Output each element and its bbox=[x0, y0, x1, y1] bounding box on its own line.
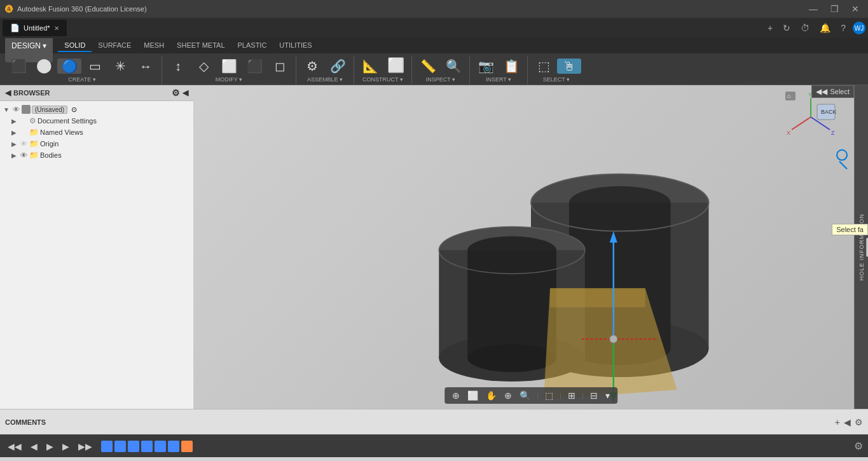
modify-combine-button[interactable]: ◻ bbox=[268, 58, 292, 74]
root-expand-icon[interactable]: ▼ bbox=[3, 106, 10, 113]
close-button[interactable]: ✕ bbox=[848, 3, 863, 15]
view-cube[interactable]: X Z Y BACK ⌂ bbox=[785, 92, 836, 142]
tab-close-button[interactable]: ✕ bbox=[54, 25, 59, 32]
timeline-dot-2[interactable] bbox=[114, 441, 126, 452]
browser-item-bodies[interactable]: ▶ 👁 📁 Bodies bbox=[0, 149, 193, 161]
doc-settings-expand-icon[interactable]: ▶ bbox=[10, 118, 18, 125]
inspect-measure-button[interactable]: 📏 bbox=[416, 58, 440, 74]
timeline-dot-3[interactable] bbox=[128, 441, 139, 452]
ribbon-tab-sheetmetal[interactable]: SHEET METAL bbox=[170, 39, 231, 52]
insert-decal-button[interactable]: 📋 bbox=[499, 58, 523, 74]
bodies-eye-icon[interactable]: 👁 bbox=[19, 151, 28, 159]
ribbon-tab-mesh[interactable]: MESH bbox=[137, 39, 170, 52]
comments-settings-icon[interactable]: ⚙ bbox=[855, 417, 863, 427]
insert-label[interactable]: INSERT ▾ bbox=[486, 75, 511, 85]
modify-scale-button[interactable]: ⬛ bbox=[242, 58, 266, 74]
doc-settings-label: Document Settings bbox=[38, 117, 97, 125]
svg-point-12 bbox=[467, 344, 556, 372]
named-views-expand-icon[interactable]: ▶ bbox=[10, 129, 18, 136]
vp-display-button[interactable]: ⬚ bbox=[542, 389, 556, 402]
new-tab-button[interactable]: + bbox=[764, 22, 776, 34]
vp-more-button[interactable]: ▾ bbox=[603, 389, 612, 402]
history-button[interactable]: ⏱ bbox=[797, 22, 813, 34]
ribbon-tab-solid[interactable]: SOLID bbox=[58, 39, 92, 52]
modify-press-pull-button[interactable]: ↕ bbox=[166, 58, 190, 74]
construct-midplane-button[interactable]: ⬜ bbox=[383, 57, 408, 74]
create-torus-button[interactable]: ▭ bbox=[83, 58, 107, 74]
svg-text:Z: Z bbox=[831, 130, 835, 136]
root-eye-icon[interactable]: 👁 bbox=[11, 106, 20, 113]
bottom-right: + ◀ ⚙ bbox=[835, 417, 863, 427]
ribbon-tab-plastic[interactable]: PLASTIC bbox=[231, 39, 273, 52]
modify-label[interactable]: MODIFY ▾ bbox=[216, 75, 242, 85]
minimize-button[interactable]: — bbox=[805, 3, 822, 15]
browser-item-doc-settings[interactable]: ▶ ⚙ Document Settings bbox=[0, 115, 193, 127]
assemble-new-component-button[interactable]: ⚙ bbox=[300, 58, 324, 74]
viewport[interactable]: X Z Y BACK ⌂ Select fa HOLE INFORMATION bbox=[194, 85, 868, 409]
active-tab[interactable]: 📄 Untitled* ✕ bbox=[3, 20, 67, 36]
notify-button[interactable]: 🔔 bbox=[816, 22, 834, 34]
footer-settings-button[interactable]: ⚙ bbox=[854, 440, 863, 452]
assemble-label[interactable]: ASSEMBLE ▾ bbox=[307, 75, 343, 85]
origin-eye-icon[interactable]: 👁 bbox=[19, 140, 28, 148]
assemble-items: ⚙ 🔗 bbox=[300, 57, 350, 75]
user-avatar[interactable]: WJ bbox=[853, 22, 865, 34]
timeline-dot-1[interactable] bbox=[101, 441, 113, 452]
modify-fillet-button[interactable]: ◇ bbox=[191, 58, 216, 74]
modify-shell-button[interactable]: ⬜ bbox=[217, 58, 241, 74]
maximize-button[interactable]: ❐ bbox=[827, 3, 843, 15]
refresh-button[interactable]: ↻ bbox=[780, 22, 794, 34]
ribbon-tab-utilities[interactable]: UTILITIES bbox=[273, 39, 318, 52]
timeline-go-start-button[interactable]: ◀◀ bbox=[5, 440, 24, 453]
insert-image-button[interactable]: 📷 bbox=[474, 58, 498, 74]
comments-collapse-icon[interactable]: ◀ bbox=[844, 417, 851, 427]
construct-label[interactable]: CONSTRUCT ▾ bbox=[362, 75, 403, 85]
timeline-dot-6[interactable] bbox=[168, 441, 179, 452]
timeline-go-end-button[interactable]: ▶▶ bbox=[76, 440, 95, 453]
timeline-play-button[interactable]: ▶ bbox=[44, 440, 56, 453]
timeline-dot-5[interactable] bbox=[155, 441, 166, 452]
inspect-label[interactable]: INSPECT ▾ bbox=[426, 75, 455, 85]
inspect-display-button[interactable]: 🔍 bbox=[441, 58, 465, 74]
root-options-icon[interactable]: ⊙ bbox=[71, 106, 77, 114]
help-button[interactable]: ? bbox=[837, 22, 849, 34]
timeline-prev-button[interactable]: ◀ bbox=[28, 440, 40, 453]
vp-pan-button[interactable]: ✋ bbox=[483, 389, 499, 402]
create-label[interactable]: CREATE ▾ bbox=[68, 75, 95, 85]
create-cylinder-button[interactable]: ⬤ bbox=[32, 57, 56, 74]
select-window-button[interactable]: ⬚ bbox=[532, 58, 556, 74]
comments-add-icon[interactable]: + bbox=[835, 417, 840, 427]
create-pipe-button[interactable]: ↔ bbox=[134, 58, 158, 74]
assemble-joint-button[interactable]: 🔗 bbox=[326, 58, 350, 74]
create-box-button[interactable]: ⬛ bbox=[6, 58, 31, 74]
bodies-expand-icon[interactable]: ▶ bbox=[10, 152, 18, 159]
vp-move-button[interactable]: ⊕ bbox=[450, 389, 462, 402]
select-panel[interactable]: ◀◀ Select bbox=[811, 85, 854, 98]
vp-zoom-button[interactable]: 🔍 bbox=[517, 389, 533, 402]
bottom-bar: COMMENTS + ◀ ⚙ bbox=[0, 409, 868, 434]
select-prev-icon[interactable]: ◀◀ bbox=[816, 87, 827, 96]
timeline-dot-7[interactable] bbox=[181, 441, 193, 452]
create-sphere-button[interactable]: 🔵 bbox=[57, 58, 81, 74]
vp-zoom-fit-button[interactable]: ⊕ bbox=[502, 389, 514, 402]
create-coil-button[interactable]: ✳ bbox=[108, 58, 132, 74]
ribbon-tab-surface[interactable]: SURFACE bbox=[92, 39, 137, 52]
select-label[interactable]: SELECT ▾ bbox=[543, 75, 570, 85]
vp-grid-button[interactable]: ⬜ bbox=[465, 389, 481, 402]
browser-item-root[interactable]: ▼ 👁 (Unsaved) ⊙ bbox=[0, 104, 193, 115]
timeline-dot-4[interactable] bbox=[141, 441, 153, 452]
origin-expand-icon[interactable]: ▶ bbox=[10, 141, 18, 148]
svg-text:X: X bbox=[787, 130, 790, 136]
browser-collapse-icon[interactable]: ◀ bbox=[183, 88, 188, 97]
timeline-next-button[interactable]: ▶ bbox=[60, 440, 72, 453]
browser-item-origin[interactable]: ▶ 👁 📁 Origin bbox=[0, 138, 193, 149]
vp-appearance-button[interactable]: ⊟ bbox=[588, 389, 600, 402]
browser-back-icon[interactable]: ◀ bbox=[5, 88, 11, 97]
select-cursor-button[interactable]: 🖱 bbox=[557, 58, 581, 74]
browser-settings-icon[interactable]: ⚙ bbox=[172, 88, 180, 98]
vp-grid-toggle-button[interactable]: ⊞ bbox=[565, 389, 578, 402]
browser-item-named-views[interactable]: ▶ 📁 Named Views bbox=[0, 127, 193, 138]
tab-label: Untitled* bbox=[24, 24, 50, 32]
browser-title: BROWSER bbox=[13, 89, 50, 97]
construct-offset-plane-button[interactable]: 📐 bbox=[358, 58, 382, 74]
